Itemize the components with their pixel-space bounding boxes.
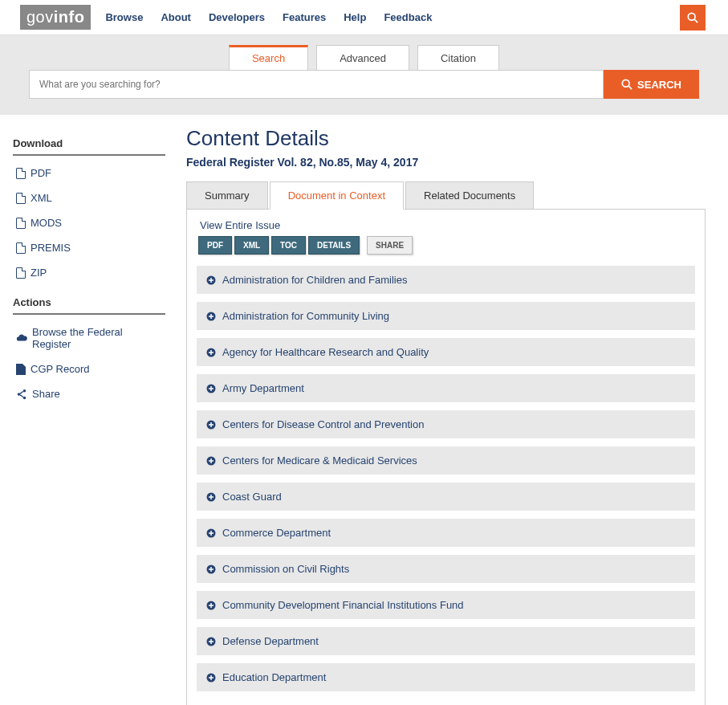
download-list: PDF XML MODS PREMIS ZIP	[13, 161, 165, 285]
download-mods[interactable]: MODS	[13, 210, 165, 235]
search-tab-advanced[interactable]: Advanced	[316, 45, 409, 71]
tab-summary[interactable]: Summary	[186, 181, 268, 210]
agency-label: Community Development Financial Institut…	[222, 599, 464, 611]
agency-row[interactable]: Community Development Financial Institut…	[197, 591, 695, 619]
search-row: SEARCH	[29, 70, 699, 99]
main-wrap: Download PDF XML MODS PREMIS ZIP Actions…	[0, 115, 728, 705]
agency-list: Administration for Children and Families…	[197, 266, 695, 691]
page-subtitle: Federal Register Vol. 82, No.85, May 4, …	[186, 156, 706, 169]
nav-link-about[interactable]: About	[161, 11, 191, 23]
agency-row[interactable]: Administration for Children and Families	[197, 266, 695, 294]
file-icon	[16, 242, 26, 254]
svg-point-5	[18, 393, 21, 396]
search-icon	[621, 79, 632, 90]
svg-point-6	[23, 396, 26, 399]
logo-text-gov: gov	[26, 8, 54, 26]
plus-circle-icon	[206, 384, 216, 393]
plus-circle-icon	[206, 348, 216, 357]
tab-document-in-context[interactable]: Document in Context	[270, 181, 404, 210]
action-share[interactable]: Share	[13, 381, 165, 406]
share-icon	[16, 389, 27, 400]
view-entire-issue-link[interactable]: View Entire Issue	[200, 219, 280, 231]
download-xml[interactable]: XML	[13, 185, 165, 210]
svg-point-4	[23, 389, 26, 392]
plus-circle-icon	[206, 456, 216, 466]
download-zip[interactable]: ZIP	[13, 260, 165, 285]
page-title: Content Details	[186, 126, 706, 151]
file-icon	[16, 193, 26, 204]
search-icon	[687, 12, 698, 23]
top-nav: govinfo Browse About Developers Features…	[0, 0, 728, 35]
agency-row[interactable]: Agency for Healthcare Research and Quali…	[197, 338, 695, 366]
agency-label: Army Department	[222, 382, 304, 394]
agency-row[interactable]: Commission on Civil Rights	[197, 555, 695, 583]
nav-link-developers[interactable]: Developers	[209, 11, 265, 23]
search-button-label: SEARCH	[637, 79, 681, 91]
agency-row[interactable]: Defense Department	[197, 627, 695, 655]
agency-label: Administration for Children and Families	[222, 274, 407, 286]
plus-circle-icon	[206, 601, 216, 610]
download-pdf[interactable]: PDF	[13, 161, 165, 185]
file-solid-icon	[16, 364, 26, 375]
search-tab-search[interactable]: Search	[229, 45, 308, 71]
pill-toc[interactable]: TOC	[271, 236, 306, 255]
search-area: Search Advanced Citation SEARCH	[0, 35, 728, 115]
file-icon	[16, 168, 26, 179]
svg-line-3	[628, 86, 632, 89]
plus-circle-icon	[206, 275, 216, 285]
content: Content Details Federal Register Vol. 82…	[173, 126, 728, 705]
search-button[interactable]: SEARCH	[604, 70, 699, 99]
plus-circle-icon	[206, 492, 216, 502]
svg-line-7	[20, 391, 23, 393]
plus-circle-icon	[206, 564, 216, 574]
agency-label: Administration for Community Living	[222, 310, 389, 322]
svg-point-0	[688, 13, 695, 20]
content-tabs: Summary Document in Context Related Docu…	[186, 181, 706, 210]
agency-row[interactable]: Coast Guard	[197, 483, 695, 511]
pill-pdf[interactable]: PDF	[198, 236, 232, 255]
agency-row[interactable]: Centers for Medicare & Medicaid Services	[197, 446, 695, 475]
plus-circle-icon	[206, 637, 216, 646]
agency-label: Commerce Department	[222, 527, 331, 539]
nav-search-button[interactable]	[680, 5, 706, 31]
cloud-icon	[16, 333, 27, 343]
nav-link-features[interactable]: Features	[283, 11, 326, 23]
agency-row[interactable]: Centers for Disease Control and Preventi…	[197, 410, 695, 438]
download-premis[interactable]: PREMIS	[13, 235, 165, 260]
agency-label: Agency for Healthcare Research and Quali…	[222, 346, 429, 358]
tab-related-documents[interactable]: Related Documents	[405, 181, 534, 210]
plus-circle-icon	[206, 528, 216, 538]
agency-label: Centers for Medicare & Medicaid Services	[222, 454, 417, 467]
plus-circle-icon	[206, 420, 216, 430]
file-icon	[16, 218, 26, 229]
sidebar-heading-download: Download	[13, 131, 165, 156]
download-label: MODS	[31, 217, 62, 229]
plus-circle-icon	[206, 312, 216, 321]
agency-label: Defense Department	[222, 635, 319, 647]
logo[interactable]: govinfo	[20, 5, 91, 30]
action-label: Browse the Federal Register	[32, 326, 162, 350]
pill-share[interactable]: SHARE	[367, 236, 413, 255]
download-label: ZIP	[31, 267, 47, 279]
download-label: PREMIS	[31, 242, 71, 254]
nav-link-browse[interactable]: Browse	[105, 11, 143, 23]
agency-row[interactable]: Administration for Community Living	[197, 302, 695, 330]
svg-point-2	[622, 79, 629, 87]
actions-list: Browse the Federal Register CGP Record S…	[13, 320, 165, 406]
agency-label: Commission on Civil Rights	[222, 563, 349, 575]
agency-row[interactable]: Army Department	[197, 374, 695, 402]
sidebar-heading-actions: Actions	[13, 290, 165, 315]
pill-details[interactable]: DETAILS	[308, 236, 360, 255]
agency-row[interactable]: Education Department	[197, 663, 695, 691]
search-tab-citation[interactable]: Citation	[417, 45, 499, 71]
svg-line-8	[20, 394, 23, 397]
search-input[interactable]	[29, 70, 604, 99]
nav-link-help[interactable]: Help	[344, 11, 366, 23]
svg-line-1	[694, 19, 697, 22]
nav-link-feedback[interactable]: Feedback	[384, 11, 432, 23]
pill-xml[interactable]: XML	[234, 236, 269, 255]
agency-row[interactable]: Commerce Department	[197, 519, 695, 547]
action-cgp-record[interactable]: CGP Record	[13, 357, 165, 381]
panel: View Entire Issue PDF XML TOC DETAILS SH…	[186, 209, 706, 705]
action-browse-fr[interactable]: Browse the Federal Register	[13, 320, 165, 357]
